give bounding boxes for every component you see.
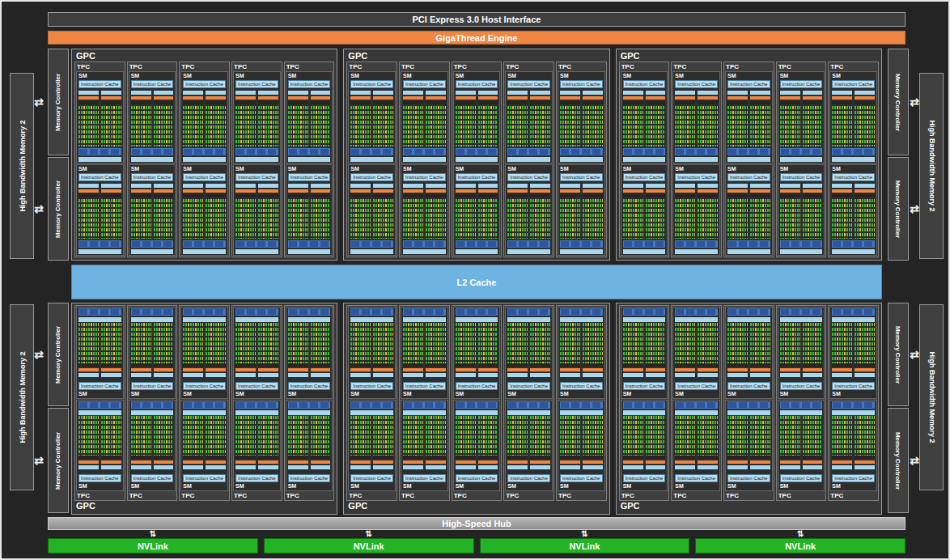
register-file-bar xyxy=(350,456,371,459)
shared-memory-bar xyxy=(832,157,875,162)
hbm2-label: High Bandwidth Memory 2 xyxy=(18,351,26,443)
texture-units-bar xyxy=(832,308,875,316)
processing-block xyxy=(530,91,550,146)
shared-memory-bar xyxy=(675,157,718,162)
sm-label: SM xyxy=(623,483,666,490)
warp-scheduler-bar xyxy=(507,184,528,188)
sm-label: SM xyxy=(350,73,393,79)
shared-memory-bar xyxy=(288,157,331,162)
register-file-bar xyxy=(698,194,718,197)
core-grid xyxy=(235,199,256,240)
processing-block xyxy=(183,184,203,240)
processing-block xyxy=(154,323,174,379)
processing-block xyxy=(583,416,603,472)
register-file-bar xyxy=(288,456,308,459)
register-file-bar xyxy=(530,194,550,197)
warp-scheduler-bar xyxy=(727,465,748,469)
warp-scheduler-bar xyxy=(426,91,446,95)
sm-processing-blocks xyxy=(403,184,446,240)
processing-block xyxy=(780,184,800,240)
register-file-bar xyxy=(832,456,852,459)
core-grid xyxy=(675,106,695,146)
sm-label: SM xyxy=(780,391,823,397)
sm-label: SM xyxy=(183,483,226,490)
texture-units-bar xyxy=(183,401,226,409)
memory-controller: Memory Controller xyxy=(48,408,69,513)
texture-units-bar xyxy=(727,240,770,248)
dispatch-unit-bar xyxy=(131,460,151,464)
warp-scheduler-bar xyxy=(675,184,695,188)
register-file-bar xyxy=(288,194,308,197)
tpc-row: TPCSMInstruction CacheSMInstruction Cach… xyxy=(74,62,334,257)
sm-label: SM xyxy=(350,166,393,172)
dispatch-unit-bar xyxy=(426,96,446,100)
instruction-cache-bar: Instruction Cache xyxy=(832,382,875,390)
warp-scheduler-bar xyxy=(206,184,226,188)
texture-units-bar xyxy=(675,240,718,248)
register-file-bar xyxy=(750,101,770,104)
shared-memory-bar xyxy=(832,317,875,322)
processing-block xyxy=(235,323,256,379)
dispatch-unit-bar xyxy=(311,189,331,193)
core-grid xyxy=(675,323,695,363)
core-grid xyxy=(101,416,121,456)
core-grid xyxy=(288,106,308,146)
tpc-row: Instruction CacheSMInstruction CacheSMTP… xyxy=(74,305,334,501)
core-grid xyxy=(750,199,770,240)
tpc-label: TPC xyxy=(672,492,720,499)
shared-memory-bar xyxy=(623,410,666,415)
register-file-bar xyxy=(646,363,666,367)
sm-label: SM xyxy=(78,483,121,490)
register-file-bar xyxy=(373,101,393,104)
register-file-bar xyxy=(350,194,371,197)
sm-processing-blocks xyxy=(727,91,770,146)
core-grid xyxy=(478,199,498,240)
sm-label: SM xyxy=(288,73,331,79)
warp-scheduler-bar xyxy=(780,373,800,377)
core-grid xyxy=(206,199,226,240)
register-file-bar xyxy=(780,194,800,197)
tpc-label: TPC xyxy=(401,63,448,70)
core-grid xyxy=(560,416,580,456)
dispatch-unit-bar xyxy=(507,96,528,100)
warp-scheduler-bar xyxy=(456,91,476,95)
warp-scheduler-bar xyxy=(675,91,695,95)
processing-block xyxy=(855,184,875,240)
register-file-bar xyxy=(101,456,121,459)
core-grid xyxy=(750,106,770,146)
sm-processing-blocks xyxy=(183,416,226,472)
core-grid xyxy=(507,106,528,146)
core-grid xyxy=(780,199,800,240)
warp-scheduler-bar xyxy=(206,373,226,377)
texture-units-bar xyxy=(675,308,718,316)
dispatch-unit-bar xyxy=(530,368,550,371)
instruction-cache-bar: Instruction Cache xyxy=(288,474,331,482)
warp-scheduler-bar xyxy=(750,91,770,95)
shared-memory-bar xyxy=(675,317,718,322)
sm-block: Instruction CacheSM xyxy=(672,307,720,399)
dispatch-unit-bar xyxy=(623,189,643,193)
instruction-cache-bar: Instruction Cache xyxy=(78,382,121,390)
register-file-bar xyxy=(855,194,875,197)
warp-scheduler-bar xyxy=(78,465,99,469)
sm-label: SM xyxy=(403,483,446,490)
register-file-bar xyxy=(373,194,393,197)
dispatch-unit-bar xyxy=(698,460,718,464)
core-grid xyxy=(803,416,823,456)
dispatch-unit-bar xyxy=(646,189,666,193)
sm-block: Instruction CacheSM xyxy=(505,307,553,399)
tpc-label: TPC xyxy=(672,63,720,70)
register-file-bar xyxy=(583,194,603,197)
dispatch-unit-bar xyxy=(206,460,226,464)
gpc-block: GPCTPCSMInstruction CacheSMInstruction C… xyxy=(343,49,609,261)
dispatch-unit-bar xyxy=(258,368,278,371)
warp-scheduler-bar xyxy=(78,184,99,188)
register-file-bar xyxy=(350,101,371,104)
core-grid xyxy=(855,199,875,240)
sm-label: SM xyxy=(560,73,603,79)
core-grid xyxy=(832,106,852,146)
dispatch-unit-bar xyxy=(403,96,423,100)
core-grid xyxy=(727,199,748,240)
processing-block xyxy=(426,91,446,146)
register-file-bar xyxy=(403,101,423,104)
